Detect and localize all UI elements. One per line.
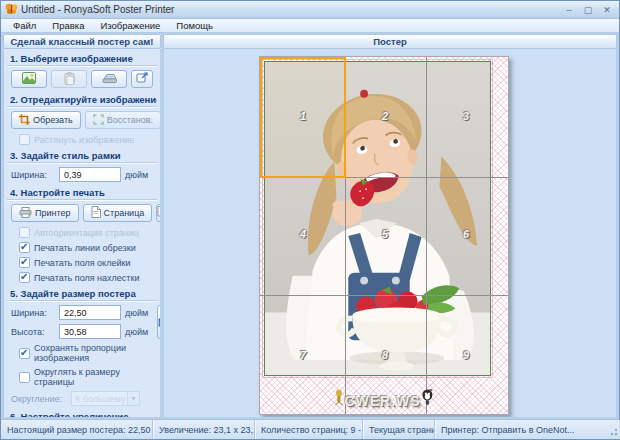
grid-line-horizontal-2 [260,295,508,296]
poster-height-input[interactable] [59,324,121,339]
poster-header: Постер [163,34,617,49]
poster-width-label: Ширина: [11,308,55,318]
status-printer-text: Принтер: Отправить в OneNot... [441,425,574,435]
frame-width-input[interactable] [59,167,121,182]
rounding-label: Округление: [11,394,67,404]
crop-button-label: Обрезать [33,115,73,125]
poster-page[interactable]: 1 2 3 4 5 6 7 8 9 CWER.WS [259,56,509,415]
sidebar: Сделай классный постер сам! 1. Выберите … [3,34,161,418]
auto-orientation-checkbox[interactable] [19,227,30,238]
chevron-down-icon: ▼ [127,392,139,405]
page-number-6[interactable]: 6 [463,228,469,240]
restore-button[interactable]: Восстанов. [85,111,161,129]
restore-icon [93,114,104,127]
section4-title: 4. Настройте печать [7,184,157,200]
section2-title: 2. Отредактируйте изображение [7,91,157,107]
frame-width-label: Ширина: [11,170,55,180]
rounding-value: К большему [72,394,127,404]
poster-height-label: Высота: [11,327,55,337]
scanner-icon [102,73,117,86]
rounding-dropdown[interactable]: К большему ▼ [71,391,140,406]
paste-image-button[interactable] [51,70,87,88]
frame-width-unit: дюйм [125,170,151,180]
section1-title: 1. Выберите изображение [7,50,157,66]
menu-image[interactable]: Изображение [92,19,168,32]
menu-file[interactable]: Файл [5,19,44,32]
page-add-icon [157,206,161,220]
keep-proportions-checkbox[interactable] [19,348,30,359]
page-number-4[interactable]: 4 [300,228,306,240]
minimize-button[interactable]: – [563,4,575,16]
poster-width-unit: дюйм [125,308,151,318]
section3-title: 3. Задайте стиль рамки [7,147,157,163]
status-bar: Настоящий размер постера: 22,50 x 30,58 … [1,419,619,439]
menu-help[interactable]: Помощь [168,19,221,32]
stretch-image-label: Растянуть изображение [34,135,134,145]
poster-panel: Постер [163,34,617,418]
keep-proportions-label: Сохранять пропорции изображения [34,343,155,363]
sidebar-header: Сделай классный постер сам! [3,34,161,49]
page-number-5[interactable]: 5 [382,228,388,240]
page-icon [91,206,101,220]
print-overlap-margins-label: Печатать поля нахлестки [34,273,139,283]
close-button[interactable]: ✕ [601,4,613,16]
stretch-image-checkbox[interactable] [19,134,30,145]
status-page-count: Количество страниц: 9 - A4 [255,420,363,439]
page-number-8[interactable]: 8 [382,349,388,361]
picture-icon [22,72,36,86]
printer-setup-button[interactable]: Принтер [11,204,79,222]
printer-icon [19,207,32,220]
page-options-button[interactable] [156,204,161,222]
scan-image-button[interactable] [91,70,127,88]
print-glue-margins-label: Печатать поля оклейки [34,258,130,268]
round-to-page-checkbox[interactable] [19,372,30,383]
app-window: Untitled - RonyaSoft Poster Printer – ▢ … [0,0,620,440]
resize-grip[interactable] [609,429,617,437]
poster-width-input[interactable] [59,305,121,320]
paste-icon [64,72,75,87]
status-poster-size: Настоящий размер постера: 22,50 x 30,58 … [1,420,153,439]
acquire-external-button[interactable] [131,70,153,88]
status-current-page: Текущая страница: 1 [363,420,435,439]
page-number-3[interactable]: 3 [463,110,469,122]
open-image-button[interactable] [11,70,47,88]
menu-bar: Файл Правка Изображение Помощь [1,19,619,33]
section5-title: 5. Задайте размер постера [7,285,157,301]
watermark-mascot-right-icon [422,389,434,409]
page-number-9[interactable]: 9 [463,349,469,361]
blue-arrow-icon [158,313,161,331]
size-link-button[interactable] [157,305,161,339]
print-overlap-margins-checkbox[interactable] [19,272,30,283]
restore-button-label: Восстанов. [107,115,153,125]
page-button-label: Страница [104,208,145,218]
page-number-7[interactable]: 7 [300,349,306,361]
print-cut-lines-checkbox[interactable] [19,242,30,253]
window-title: Untitled - RonyaSoft Poster Printer [21,4,563,15]
print-glue-margins-checkbox[interactable] [19,257,30,268]
auto-orientation-label: Автоориентация страниц [34,228,139,238]
printer-button-label: Принтер [35,208,71,218]
grid-line-vertical-2 [426,57,427,414]
page-number-1[interactable]: 1 [300,110,306,122]
title-bar: Untitled - RonyaSoft Poster Printer – ▢ … [1,1,619,19]
poster-height-unit: дюйм [125,327,151,337]
watermark: CWER.WS [334,389,433,409]
crop-icon [19,114,30,127]
status-zoom: Увеличение: 23,1 x 23,1 [153,420,255,439]
app-butterfly-icon [5,1,18,19]
page-setup-button[interactable]: Страница [83,204,153,222]
section6-title: 6. Настройте увеличение [7,408,157,418]
round-to-page-label: Округлять к размеру страницы [34,367,155,387]
crop-button[interactable]: Обрезать [11,111,81,129]
watermark-text: CWER.WS [344,393,420,409]
import-window-icon [136,72,148,86]
poster-canvas[interactable]: 1 2 3 4 5 6 7 8 9 CWER.WS [163,49,617,418]
watermark-mascot-left-icon [334,389,343,409]
page-number-2[interactable]: 2 [382,110,388,122]
print-cut-lines-label: Печатать линии обрезки [34,243,136,253]
maximize-button[interactable]: ▢ [582,4,594,16]
status-printer: Принтер: Отправить в OneNot... [435,420,619,439]
menu-edit[interactable]: Правка [44,19,92,32]
